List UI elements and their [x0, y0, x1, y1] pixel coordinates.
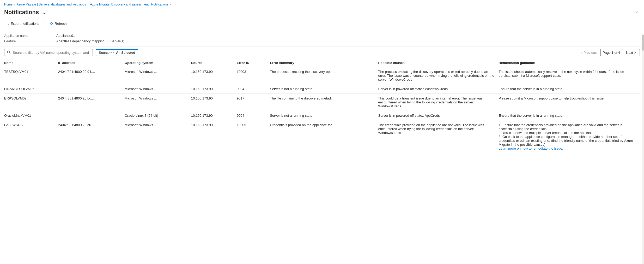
- scrollbar-thumb[interactable]: [642, 35, 644, 51]
- appliance-label: Appliance name: [4, 34, 56, 38]
- cell-ip: 2404:f801:4800:20:94....: [58, 67, 125, 84]
- breadcrumb: Home › Azure Migrate | Servers, database…: [0, 0, 644, 7]
- breadcrumb-home[interactable]: Home: [4, 3, 13, 6]
- search-input[interactable]: [13, 51, 90, 55]
- cell-ip: -: [58, 84, 125, 94]
- source-filter-tag[interactable]: Source == All Selected: [96, 49, 138, 56]
- table-body: TESTSQLVM012404:f801:4800:20:94....Micro…: [4, 67, 640, 153]
- export-notifications-button[interactable]: ↓ Export notifications: [4, 20, 42, 27]
- cell-remediation: Ensure that the server is in a running s…: [499, 111, 640, 120]
- cell-name: FINANCESQLVM06: [4, 84, 58, 94]
- filter-left: Source == All Selected: [4, 49, 138, 56]
- cell-errorsum: Credentials provided on the appliance fo…: [270, 120, 378, 153]
- previous-button[interactable]: < Previous: [577, 49, 601, 56]
- feature-value: Agentless dependency mapping(66 Server(s…: [56, 39, 640, 43]
- refresh-icon: ⟳: [50, 21, 53, 26]
- table-header: Name IP address Operating system Source …: [4, 59, 640, 67]
- cell-causes: This could be a transient issue due to a…: [378, 94, 499, 111]
- cell-errorid: 9004: [237, 111, 270, 120]
- export-label: Export notifications: [11, 22, 39, 26]
- filter-tag-prefix: Source ==: [99, 51, 114, 55]
- toolbar: ↓ Export notifications ⟳ Refresh: [0, 18, 644, 30]
- appliance-value: Appliance01: [56, 34, 640, 38]
- svg-line-1: [9, 53, 10, 54]
- filter-tag-value: All Selected: [116, 51, 135, 55]
- table-row: OracleLinuxVM01-Oracle Linux 7 (64-bit)1…: [4, 111, 640, 120]
- pagination: < Previous Page 1 of 4 Next >: [577, 49, 640, 56]
- notifications-table-container: Name IP address Operating system Source …: [0, 59, 644, 153]
- cell-causes: Server is in powered off state.: AppCred…: [378, 111, 499, 120]
- cell-errorid: 9017: [237, 94, 270, 111]
- table-row: ERPSQLVM022404:f801:4800:20:bc....Micros…: [4, 94, 640, 111]
- close-button[interactable]: ×: [633, 9, 640, 16]
- cell-remediation: Please submit a Microsoft support case t…: [499, 94, 640, 111]
- col-header-causes: Possible causes: [378, 59, 499, 67]
- cell-causes: The credentials provided on the applianc…: [378, 120, 499, 153]
- table-row: FINANCESQLVM06-Microsoft Windows ...10.1…: [4, 84, 640, 94]
- cell-source: 10.150.173.90: [191, 94, 237, 111]
- search-box[interactable]: [4, 49, 93, 56]
- col-header-os: Operating system: [125, 59, 191, 67]
- cell-errorsum: Server is not a running state.: [270, 111, 378, 120]
- page-header: Notifications ... ×: [0, 7, 644, 18]
- breadcrumb-migrate[interactable]: Azure Migrate | Servers, databases and w…: [17, 3, 86, 6]
- cell-errorid: 10003: [237, 67, 270, 84]
- cell-errorid: 10005: [237, 120, 270, 153]
- cell-name: OracleLinuxVM01: [4, 111, 58, 120]
- table-row: TESTSQLVM012404:f801:4800:20:94....Micro…: [4, 67, 640, 84]
- col-header-remediation: Remediation guidance: [499, 59, 640, 67]
- col-header-name: Name: [4, 59, 58, 67]
- filter-bar: Source == All Selected < Previous Page 1…: [0, 46, 644, 59]
- cell-errorid: 9004: [237, 84, 270, 94]
- cell-os: Microsoft Windows ...: [125, 94, 191, 111]
- next-button[interactable]: Next >: [622, 49, 640, 56]
- learn-more-link[interactable]: Learn more on how to remediate the issue…: [499, 146, 563, 150]
- table-row: LAB_WSUS2404:f801:4800:20:a0....Microsof…: [4, 120, 640, 153]
- page-title: Notifications: [4, 9, 39, 16]
- cell-source: 10.150.173.90: [191, 111, 237, 120]
- cell-os: Microsoft Windows ...: [125, 67, 191, 84]
- refresh-button[interactable]: ⟳ Refresh: [47, 20, 70, 27]
- cell-source: 10.150.173.90: [191, 120, 237, 153]
- cell-errorsum: The process executing the discovery oper…: [270, 67, 378, 84]
- download-icon: ↓: [7, 21, 9, 26]
- ellipsis-menu[interactable]: ...: [41, 9, 48, 16]
- scrollbar-track[interactable]: [642, 34, 644, 153]
- svg-point-0: [7, 51, 10, 53]
- page-info: Page 1 of 4: [603, 51, 620, 55]
- toolbar-divider: [45, 20, 45, 27]
- breadcrumb-sep-1: ›: [14, 3, 15, 6]
- col-header-errorid: Error ID: [237, 59, 270, 67]
- info-section: Appliance name Appliance01 Feature Agent…: [0, 30, 644, 46]
- col-header-ip: IP address: [58, 59, 125, 67]
- cell-remediation: The issue should automatically resolve i…: [499, 67, 640, 84]
- feature-label: Feature: [4, 39, 56, 43]
- cell-errorsum: The file containing the discovered metad…: [270, 94, 378, 111]
- col-header-source: Source: [191, 59, 237, 67]
- notifications-table: Name IP address Operating system Source …: [4, 59, 640, 153]
- cell-ip: 2404:f801:4800:20:a0....: [58, 120, 125, 153]
- col-header-errorsum: Error summary: [270, 59, 378, 67]
- cell-causes: Server is in powered off state.: Windows…: [378, 84, 499, 94]
- cell-name: ERPSQLVM02: [4, 94, 58, 111]
- cell-name: LAB_WSUS: [4, 120, 58, 153]
- search-icon: [7, 50, 11, 55]
- cell-ip: 2404:f801:4800:20:bc....: [58, 94, 125, 111]
- cell-ip: -: [58, 111, 125, 120]
- cell-remediation: 1. Ensure that the credentials provided …: [499, 120, 640, 153]
- cell-causes: The process executing the discovery oper…: [378, 67, 499, 84]
- cell-remediation: Ensure that the server is in a running s…: [499, 84, 640, 94]
- cell-source: 10.150.173.90: [191, 84, 237, 94]
- refresh-label: Refresh: [55, 22, 67, 26]
- cell-os: Microsoft Windows ...: [125, 120, 191, 153]
- breadcrumb-notifications[interactable]: Azure Migrate: Discovery and assessment …: [90, 3, 168, 6]
- cell-os: Oracle Linux 7 (64-bit): [125, 111, 191, 120]
- cell-os: Microsoft Windows ...: [125, 84, 191, 94]
- breadcrumb-sep-2: ›: [88, 3, 89, 6]
- breadcrumb-sep-3: ›: [170, 3, 171, 6]
- cell-errorsum: Server is not a running state.: [270, 84, 378, 94]
- cell-name: TESTSQLVM01: [4, 67, 58, 84]
- header-left: Notifications ...: [4, 9, 48, 16]
- cell-source: 10.150.173.90: [191, 67, 237, 84]
